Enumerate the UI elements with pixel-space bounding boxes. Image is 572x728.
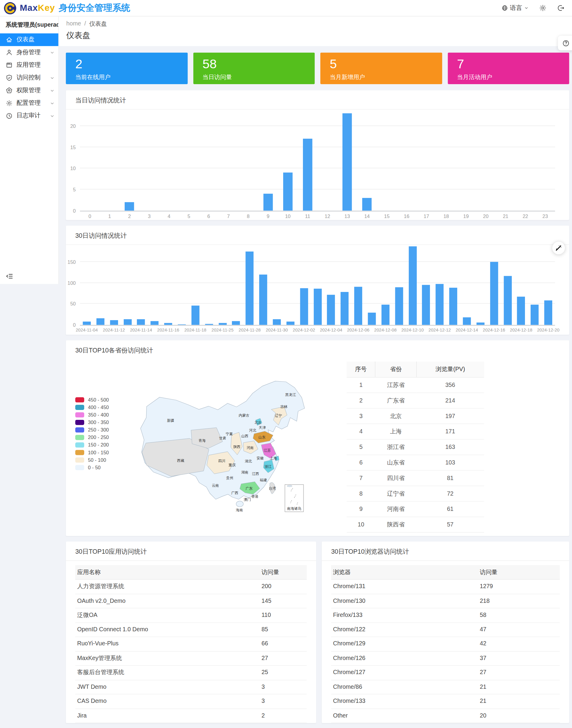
bar-2024-12-05	[341, 292, 349, 325]
table-cell: 103	[417, 455, 484, 471]
x-axis-tick: 13	[337, 214, 357, 219]
gear-icon	[6, 100, 13, 107]
sidebar-collapse-icon[interactable]	[6, 272, 14, 280]
x-axis-tick: 16	[397, 214, 417, 219]
bar-2024-12-09	[395, 287, 403, 325]
table-row: 客服后台管理系统25	[75, 666, 306, 680]
settings-gear-icon[interactable]	[539, 4, 547, 12]
x-axis-tick: 2024-12-04	[315, 328, 347, 332]
table-cell: 1	[347, 377, 375, 393]
sidebar-item-label: 日志审计	[16, 112, 50, 120]
table-cell-name: Chrome/129	[333, 637, 365, 651]
language-switcher[interactable]: 语言	[502, 4, 529, 12]
table-cell-value: 145	[262, 594, 272, 608]
table-row: Chrome/130218	[331, 594, 560, 609]
bar-14	[362, 198, 371, 211]
sidebar-item-audit[interactable]: 日志审计	[0, 109, 58, 122]
province-label-liaoning: 辽宁	[275, 414, 282, 418]
table-cell-value: 85	[262, 623, 268, 636]
sidebar-item-label: 访问控制	[16, 74, 50, 82]
help-button[interactable]	[558, 35, 572, 50]
theme-wand-button[interactable]	[552, 242, 565, 254]
province-label-guangxi: 广西	[231, 491, 238, 495]
bar-2024-11-15	[151, 321, 159, 325]
maxkey-dashboard: MaxKey 身份安全管理系统 语言 系统管理员(superadm...	[0, 0, 572, 728]
table-cell-name: Chrome/131	[333, 580, 365, 593]
stat-card-1: 58当日访问量	[193, 53, 314, 84]
sidebar-item-access[interactable]: 访问控制	[0, 72, 58, 84]
sidebar-item-config[interactable]: 配置管理	[0, 97, 58, 109]
legend-range-label: 400 - 450	[88, 404, 109, 410]
province-label-xinjiang: 新疆	[167, 418, 174, 422]
table-cell: 四川省	[375, 471, 417, 486]
sidebar-item-identity[interactable]: 身份管理	[0, 46, 58, 59]
table-cell: 72	[417, 486, 484, 501]
stat-card-value: 7	[457, 57, 560, 72]
x-axis-tick: 0	[80, 214, 100, 219]
browser-visits-table: 浏览器访问量Chrome/1311279Chrome/130218Firefox…	[331, 565, 560, 723]
table-cell-value: 37	[480, 651, 486, 665]
table-cell: 浙江省	[375, 439, 417, 455]
stat-card-0: 2当前在线用户	[66, 53, 188, 84]
legend-swatch	[75, 427, 84, 432]
province-label-beijing: 北京	[255, 420, 262, 425]
province-label-ningxia: 宁夏	[226, 432, 233, 436]
legend-item: 350 - 400	[75, 411, 109, 418]
x-axis-tick: 5	[179, 214, 199, 219]
x-axis-tick: 2024-12-06	[343, 328, 374, 332]
logout-icon[interactable]	[557, 4, 565, 12]
shield-icon	[6, 74, 13, 81]
province-visits-table: 序号省份浏览量(PV) 1江苏省3562广东省2143北京1974上海1715浙…	[347, 361, 484, 533]
table-cell-name: Firefox/133	[333, 608, 362, 622]
table-cell: 5	[347, 439, 375, 455]
china-map[interactable]: 南海诸岛 新疆西藏青海甘肃内蒙古黑龙江吉林辽宁北京天津河北山西宁夏陕西山东河南江…	[125, 374, 311, 519]
column-header: 序号	[347, 361, 375, 377]
bar-2024-11-25	[218, 323, 226, 325]
table-cell: 4	[347, 424, 375, 439]
legend-range-label: 100 - 150	[88, 450, 109, 455]
legend-item: 100 - 150	[75, 449, 109, 456]
x-axis-tick: 2024-12-20	[533, 328, 564, 332]
y-axis-tick: 100	[67, 280, 76, 286]
divider	[322, 560, 569, 561]
province-label-shandong: 山东	[258, 435, 266, 439]
sidebar-item-dashboard[interactable]: 仪表盘	[0, 33, 58, 46]
province-label-sichuan: 四川	[218, 459, 225, 463]
sidebar-item-permission[interactable]: 权限管理	[0, 84, 58, 97]
legend-item: 400 - 450	[75, 403, 109, 411]
south-china-sea-inset: 南海诸岛	[285, 485, 303, 512]
table-row: Chrome/12942	[331, 637, 560, 651]
table-cell-value: 20	[480, 709, 486, 723]
table-cell: 171	[417, 424, 484, 439]
panel-app-top10: 30日TOP10应用访问统计 应用名称访问量人力资源管理系统200OAuth v…	[66, 542, 316, 723]
legend-swatch	[75, 450, 84, 455]
bar-2024-12-12	[436, 284, 444, 325]
province-label-xianggang: 香港	[251, 494, 258, 499]
y-axis-tick: 15	[70, 144, 75, 150]
panel-30day-visits: 30日访问情况统计 0501001502024-11-042024-11-122…	[66, 226, 569, 335]
table-cell-value: 27	[262, 651, 268, 665]
table-header-row: 应用名称访问量	[75, 565, 306, 580]
brand-text: MaxKey	[20, 3, 55, 13]
stat-card-2: 5当月新增用户	[320, 53, 442, 84]
logo[interactable]: MaxKey 身份安全管理系统	[0, 1, 130, 14]
x-axis-tick: 3	[139, 214, 159, 219]
x-axis-tick: 23	[535, 214, 555, 219]
breadcrumb-home-link[interactable]: home	[66, 20, 81, 28]
table-row: CAS Demo3	[75, 695, 306, 709]
province-label-taiwan: 台湾	[269, 486, 276, 491]
divider	[66, 109, 569, 109]
table-row: Chrome/12727	[331, 666, 560, 680]
legend-swatch	[75, 457, 84, 462]
province-label-henan: 河南	[246, 446, 254, 450]
bar-2024-12-07	[368, 313, 376, 325]
table-cell-value: 27	[480, 666, 486, 679]
panel-title: 30日TOP10浏览器访问统计	[322, 542, 569, 561]
x-axis-tick: 10	[278, 214, 298, 219]
table-row: 10陕西省57	[347, 517, 484, 533]
table-row: Chrome/13321	[331, 695, 560, 709]
legend-item: 0 - 50	[75, 464, 109, 471]
sidebar-item-apps[interactable]: 应用管理	[0, 59, 58, 71]
table-row: 人力资源管理系统200	[75, 580, 306, 594]
panel-title: 30日TOP10应用访问统计	[66, 542, 316, 561]
